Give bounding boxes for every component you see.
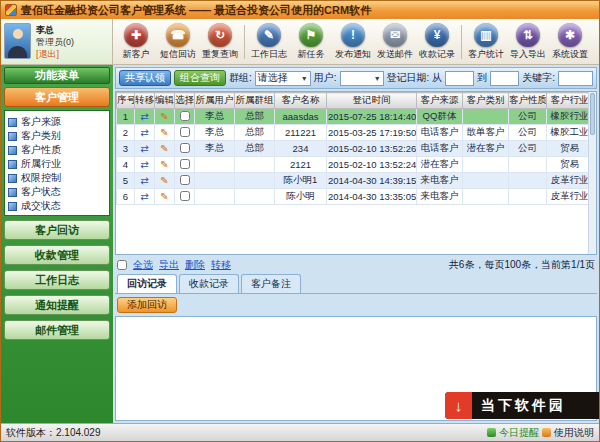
edit-icon[interactable]: ✎ <box>160 127 168 138</box>
table-row[interactable]: 4 ⇄ ✎ 2121 2015-02-10 13:52:24 潜在客户 贸易 <box>117 157 593 173</box>
toolbar-new-customer[interactable]: ✚ 新客户 <box>115 23 157 61</box>
tree-item-industry[interactable]: 所属行业 <box>8 157 106 171</box>
toolbar: ✚ 新客户 ☎ 短信回访 ↻ 重复查询 ✎ 工作日志 ⚑ 新任务 ! <box>113 19 599 64</box>
edit-icon[interactable]: ✎ <box>160 175 168 186</box>
row-checkbox[interactable] <box>180 159 190 169</box>
edit-icon[interactable]: ✎ <box>160 159 168 170</box>
tree-item-customer-category[interactable]: 客户类别 <box>8 129 106 143</box>
app-icon <box>5 4 17 16</box>
tree-item-deal-status[interactable]: 成交状态 <box>8 199 106 213</box>
row-checkbox[interactable] <box>180 127 190 137</box>
table-row[interactable]: 6 ⇄ ✎ 陈小明 2014-04-30 13:35:05 来电客户 皮革行业 <box>117 189 593 205</box>
row-checkbox[interactable] <box>180 143 190 153</box>
combo-query-button[interactable]: 组合查询 <box>174 70 226 86</box>
tree-item-customer-status[interactable]: 客户状态 <box>8 185 106 199</box>
edit-icon[interactable]: ✎ <box>160 143 168 154</box>
edit-icon[interactable]: ✎ <box>160 111 168 122</box>
cell-name: 陈小明1 <box>275 173 327 189</box>
toolbar-publish-notice[interactable]: ! 发布通知 <box>332 23 374 61</box>
cell-user: 李总 <box>195 109 235 125</box>
date-from-input[interactable] <box>445 71 474 86</box>
row-checkbox[interactable] <box>180 191 190 201</box>
sidebar-button-notification-reminder[interactable]: 通知提醒 <box>4 295 110 315</box>
transfer-icon[interactable]: ⇄ <box>140 191 148 202</box>
toolbar-import-export[interactable]: ⇅ 导入导出 <box>507 23 549 61</box>
toolbar-label: 客户统计 <box>468 48 504 61</box>
cell-category <box>463 109 509 125</box>
cell-transfer: ⇄ <box>135 173 155 189</box>
new-customer-icon: ✚ <box>124 23 148 47</box>
toolbar-system-settings[interactable]: ✱ 系统设置 <box>549 23 591 61</box>
cell-source: 潜在客户 <box>417 157 463 173</box>
tree-item-permission-control[interactable]: 权限控制 <box>8 171 106 185</box>
cell-time: 2015-02-10 13:52:24 <box>327 157 417 173</box>
user-select[interactable]: ▼ <box>340 71 384 86</box>
table-row[interactable]: 2 ⇄ ✎ 李总 总部 211221 2015-03-25 17:19:50 电… <box>117 125 593 141</box>
send-mail-icon: ✉ <box>383 23 407 47</box>
table-scrollbar[interactable] <box>588 92 596 254</box>
toolbar-customer-stats[interactable]: ▥ 客户统计 <box>465 23 507 61</box>
table-row[interactable]: 5 ⇄ ✎ 陈小明1 2014-04-30 14:39:15 来电客户 皮革行业 <box>117 173 593 189</box>
sidebar-button-work-log[interactable]: 工作日志 <box>4 270 110 290</box>
usage-guide-link[interactable]: 使用说明 <box>554 426 594 440</box>
delete-link[interactable]: 删除 <box>185 258 205 272</box>
cell-transfer: ⇄ <box>135 189 155 205</box>
sidebar-button-email-management[interactable]: 邮件管理 <box>4 320 110 340</box>
table-row[interactable]: 1 ⇄ ✎ 李总 总部 aaasdas 2015-07-25 18:14:40 … <box>117 109 593 125</box>
toolbar-label: 新客户 <box>123 48 150 61</box>
select-all-link[interactable]: 全选 <box>133 258 153 272</box>
scrollbar-thumb[interactable] <box>590 93 595 135</box>
toolbar-new-task[interactable]: ⚑ 新任务 <box>290 23 332 61</box>
group-label: 群组: <box>229 71 252 85</box>
select-all-checkbox[interactable] <box>117 260 127 270</box>
transfer-icon[interactable]: ⇄ <box>140 143 148 154</box>
cell-select <box>175 157 195 173</box>
toolbar-send-mail[interactable]: ✉ 发送邮件 <box>374 23 416 61</box>
export-link[interactable]: 导出 <box>159 258 179 272</box>
cell-industry: 皮革行业 <box>547 173 593 189</box>
sidebar-button-customer-visit[interactable]: 客户回访 <box>4 220 110 240</box>
row-checkbox[interactable] <box>180 111 190 121</box>
add-visit-button[interactable]: 添加回访 <box>117 297 177 313</box>
cell-edit: ✎ <box>155 189 175 205</box>
top-bar: 李总 管理员(0) [退出] ✚ 新客户 ☎ 短信回访 ↻ 重复查询 ✎ 工作日… <box>1 19 599 65</box>
site-watermark: ↓ 当下软件园 <box>445 392 599 419</box>
cell-user <box>195 173 235 189</box>
table-header-row: 序号 转移 编辑 选择 所属用户 所属群组 客户名称 登记时间 客户来源 客户类… <box>117 93 593 109</box>
col-header: 序号 <box>117 93 135 109</box>
tab-customer-notes[interactable]: 客户备注 <box>241 274 301 293</box>
cell-num: 2 <box>117 125 135 141</box>
toolbar-label: 工作日志 <box>251 48 287 61</box>
transfer-link[interactable]: 转移 <box>211 258 231 272</box>
cell-name: 211221 <box>275 125 327 141</box>
tab-visit-records[interactable]: 回访记录 <box>117 274 177 293</box>
customer-tree: 客户来源 客户类别 客户性质 所属行业 权限控制 客户状态 <box>4 110 110 216</box>
toolbar-payment-record[interactable]: ¥ 收款记录 <box>416 23 458 61</box>
status-bar: 软件版本：2.104.029 今日提醒 使用说明 <box>1 423 599 441</box>
transfer-icon[interactable]: ⇄ <box>140 111 148 122</box>
cell-user: 李总 <box>195 125 235 141</box>
row-checkbox[interactable] <box>180 175 190 185</box>
share-claim-button[interactable]: 共享认领 <box>119 70 171 86</box>
transfer-icon[interactable]: ⇄ <box>140 175 148 186</box>
edit-icon[interactable]: ✎ <box>160 191 168 202</box>
toolbar-label: 重复查询 <box>202 48 238 61</box>
transfer-icon[interactable]: ⇄ <box>140 159 148 170</box>
table-row[interactable]: 3 ⇄ ✎ 李总 总部 234 2015-02-10 13:52:26 电话客户… <box>117 141 593 157</box>
keyword-input[interactable] <box>558 71 593 86</box>
tab-payment-records[interactable]: 收款记录 <box>179 274 239 293</box>
toolbar-work-log[interactable]: ✎ 工作日志 <box>248 23 290 61</box>
sidebar-button-customer-management[interactable]: 客户管理 <box>4 87 110 107</box>
sidebar-button-payment-management[interactable]: 收款管理 <box>4 245 110 265</box>
date-to-input[interactable] <box>490 71 519 86</box>
tree-item-customer-source[interactable]: 客户来源 <box>8 115 106 129</box>
tree-item-customer-nature[interactable]: 客户性质 <box>8 143 106 157</box>
today-reminder-link[interactable]: 今日提醒 <box>499 426 539 440</box>
group-select[interactable]: 请选择 ▼ <box>255 71 311 86</box>
toolbar-label: 发送邮件 <box>377 48 413 61</box>
toolbar-sms-visit[interactable]: ☎ 短信回访 <box>157 23 199 61</box>
toolbar-duplicate-query[interactable]: ↻ 重复查询 <box>199 23 241 61</box>
transfer-icon[interactable]: ⇄ <box>140 127 148 138</box>
cell-edit: ✎ <box>155 157 175 173</box>
logout-link[interactable]: [退出] <box>36 49 59 59</box>
